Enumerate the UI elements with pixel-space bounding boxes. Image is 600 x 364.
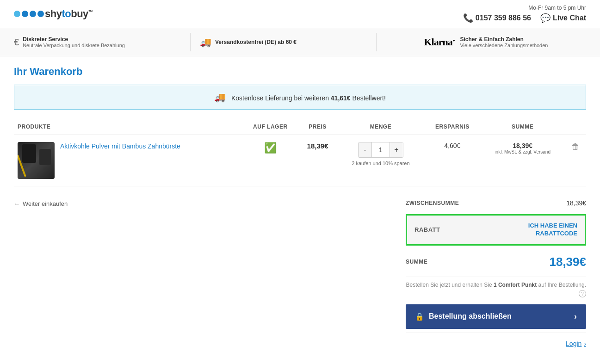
col-header-delete xyxy=(565,119,586,135)
info-service-title: Diskreter Service xyxy=(23,36,125,43)
product-image xyxy=(18,142,55,179)
rabatt-label: RABATT xyxy=(414,226,440,233)
logo-circle-4 xyxy=(37,11,44,17)
divider xyxy=(406,277,586,277)
qty-note: 2 kaufen und 10% sparen xyxy=(340,160,421,166)
savings-cell: 4,60€ xyxy=(425,135,480,186)
page-title: Ihr Warenkorb xyxy=(14,66,586,78)
subtotal-label: ZWISCHENSUMME xyxy=(406,200,459,206)
info-item-klarna: Klarna● Sicher & Einfach Zahlen Viele ve… xyxy=(386,36,586,48)
main-content: Ihr Warenkorb 🚚 Kostenlose Lieferung bei… xyxy=(0,56,600,357)
sum-cell: 18,39€ inkl. MwSt. & zzgl. Versand xyxy=(480,135,565,186)
cart-table: PRODUKTE AUF LAGER PREIS MENGE ERSPARNIS… xyxy=(14,119,586,186)
col-header-sum: SUMME xyxy=(480,119,565,135)
shipping-icon: 🚚 xyxy=(200,37,211,48)
table-header-row: PRODUKTE AUF LAGER PREIS MENGE ERSPARNIS… xyxy=(14,119,586,135)
contact-phone[interactable]: 📞 0157 359 886 56 xyxy=(463,13,531,23)
arrow-left-icon: ← xyxy=(14,200,20,207)
continue-shopping-link[interactable]: ← Weiter einkaufen xyxy=(14,200,68,207)
logo-shy: shy xyxy=(45,8,62,19)
col-header-stock: AUF LAGER xyxy=(242,119,298,135)
delivery-text-after: Bestellwert! xyxy=(351,94,386,102)
logo-tm: ™ xyxy=(88,9,93,14)
rabatt-link-line2: RABATTCODE xyxy=(528,230,577,238)
quantity-control[interactable]: - + xyxy=(358,142,403,158)
col-header-savings: ERSPARNIS xyxy=(425,119,480,135)
info-bar: € Diskreter Service Neutrale Verpackung … xyxy=(0,28,600,56)
chevron-right-icon: › xyxy=(574,312,577,321)
comfort-text-before: Bestellen Sie jetzt und erhalten Sie xyxy=(406,282,493,288)
product-name-link[interactable]: Aktivkohle Pulver mit Bambus Zahnbürste xyxy=(60,142,180,151)
product-cell-inner: Aktivkohle Pulver mit Bambus Zahnbürste xyxy=(18,142,239,179)
info-service-subtitle: Neutrale Verpackung und diskrete Bezahlu… xyxy=(23,43,125,48)
checkout-btn-left: 🔒 Bestellung abschließen xyxy=(415,312,512,321)
info-item-shipping: 🚚 Versandkostenfrei (DE) ab 60 € xyxy=(200,37,367,48)
qty-increase-button[interactable]: + xyxy=(390,142,403,157)
qty-decrease-button[interactable]: - xyxy=(359,142,371,157)
checkout-btn-label: Bestellung abschließen xyxy=(429,312,512,321)
info-shipping-title: Versandkostenfrei (DE) ab 60 € xyxy=(215,39,297,45)
euro-icon: € xyxy=(14,37,19,48)
sum-value: 18,39€ xyxy=(484,142,561,149)
logo[interactable]: shytobuy™ xyxy=(14,8,93,20)
phone-icon: 📞 xyxy=(463,13,473,23)
info-shipping-text: Versandkostenfrei (DE) ab 60 € xyxy=(215,39,297,45)
subtotal-value: 18,39€ xyxy=(566,199,586,207)
product-cell: Aktivkohle Pulver mit Bambus Zahnbürste xyxy=(14,135,242,186)
total-row: SUMME 18,39€ xyxy=(406,249,586,273)
order-summary: ZWISCHENSUMME 18,39€ RABATT ICH HABE EIN… xyxy=(406,196,586,347)
logo-circles xyxy=(14,11,44,17)
login-link[interactable]: Login › xyxy=(406,340,586,347)
chat-icon: 💬 xyxy=(540,13,551,23)
contact-chat[interactable]: 💬 Live Chat xyxy=(540,13,586,23)
delete-cell: 🗑 xyxy=(565,135,586,186)
col-header-product: PRODUKTE xyxy=(14,119,242,135)
logo-buy: buy xyxy=(71,8,88,19)
logo-circle-3 xyxy=(30,11,36,17)
info-klarna-title: Sicher & Einfach Zahlen xyxy=(460,36,548,43)
vat-note: inkl. MwSt. & zzgl. Versand xyxy=(484,149,561,154)
in-stock-icon: ✅ xyxy=(264,142,277,154)
total-value: 18,39€ xyxy=(549,255,586,269)
comfort-text-after: auf Ihre Bestellung. xyxy=(537,282,586,288)
checkout-button[interactable]: 🔒 Bestellung abschließen › xyxy=(406,304,586,329)
col-header-quantity: MENGE xyxy=(337,119,425,135)
info-divider-1 xyxy=(190,33,191,51)
info-klarna-text: Sicher & Einfach Zahlen Viele verschiede… xyxy=(460,36,548,48)
logo-circle-1 xyxy=(14,11,20,17)
cart-bottom: ← Weiter einkaufen ZWISCHENSUMME 18,39€ … xyxy=(14,196,586,347)
col-header-price: PREIS xyxy=(298,119,337,135)
login-label: Login xyxy=(566,340,581,347)
comfort-points-text: Bestellen Sie jetzt und erhalten Sie 1 C… xyxy=(406,281,586,297)
total-label: SUMME xyxy=(406,259,427,265)
header-contact: Mo-Fr 9am to 5 pm Uhr 📞 0157 359 886 56 … xyxy=(463,5,586,23)
comfort-question-icon[interactable]: ? xyxy=(579,290,586,297)
delivery-truck-icon: 🚚 xyxy=(214,92,226,103)
logo-circle-2 xyxy=(22,11,28,17)
divider-2 xyxy=(406,333,586,333)
logo-text: shytobuy™ xyxy=(45,8,93,20)
product-brush-decoration xyxy=(18,154,26,177)
chat-label: Live Chat xyxy=(553,14,586,22)
rabatt-box[interactable]: RABATT ICH HABE EINEN RABATTCODE xyxy=(406,214,586,246)
klarna-logo: Klarna● xyxy=(424,36,454,48)
contact-actions: 📞 0157 359 886 56 💬 Live Chat xyxy=(463,13,586,23)
delete-item-button[interactable]: 🗑 xyxy=(571,142,580,152)
delivery-amount: 41,61€ xyxy=(331,94,351,102)
rabatt-code-link[interactable]: ICH HABE EINEN RABATTCODE xyxy=(528,222,577,238)
quantity-cell: - + 2 kaufen und 10% sparen xyxy=(337,135,425,186)
continue-shopping-label: Weiter einkaufen xyxy=(23,200,68,207)
delivery-text-before: Kostenlose Lieferung bei weiteren xyxy=(231,94,331,102)
info-klarna-subtitle: Viele verschiedene Zahlungsmethoden xyxy=(460,43,548,48)
qty-input[interactable] xyxy=(371,142,390,157)
info-service-text: Diskreter Service Neutrale Verpackung un… xyxy=(23,36,125,48)
delivery-banner: 🚚 Kostenlose Lieferung bei weiteren 41,6… xyxy=(14,85,586,110)
stock-cell: ✅ xyxy=(242,135,298,186)
subtotal-row: ZWISCHENSUMME 18,39€ xyxy=(406,196,586,210)
lock-icon: 🔒 xyxy=(415,312,424,321)
phone-number: 0157 359 886 56 xyxy=(476,14,531,22)
rabatt-link-line1: ICH HABE EINEN xyxy=(528,222,577,230)
header: shytobuy™ Mo-Fr 9am to 5 pm Uhr 📞 0157 3… xyxy=(0,0,600,28)
contact-hours: Mo-Fr 9am to 5 pm Uhr xyxy=(463,5,586,11)
info-divider-2 xyxy=(376,33,377,51)
